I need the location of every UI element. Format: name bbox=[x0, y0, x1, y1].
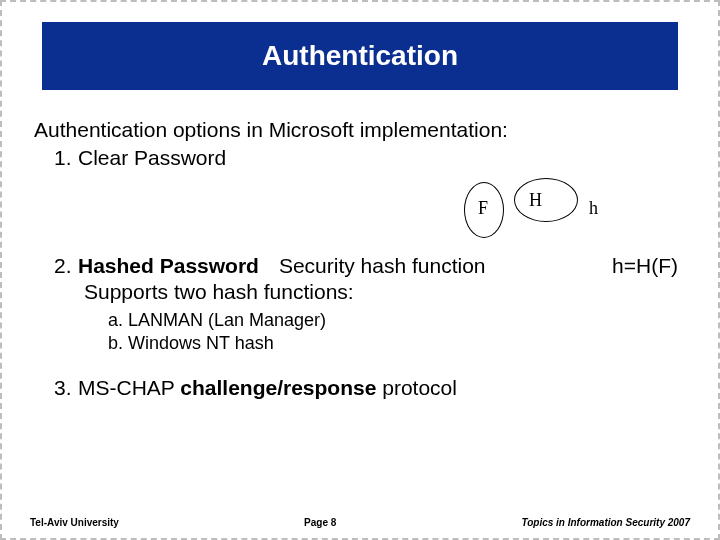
item-3-num: 3. bbox=[54, 376, 78, 400]
item-2-mid: Security hash function bbox=[279, 254, 486, 278]
node-F-label: F bbox=[478, 198, 488, 219]
item-2-label: Hashed Password bbox=[78, 254, 259, 277]
output-h-label: h bbox=[589, 198, 598, 219]
sub-b-label: Windows NT hash bbox=[128, 333, 274, 353]
item-2: 2.Hashed Password Security hash function… bbox=[34, 254, 686, 278]
item-3-pre: MS-CHAP bbox=[78, 376, 180, 399]
slide-body: Authentication options in Microsoft impl… bbox=[30, 118, 690, 400]
item-3-strong: challenge/response bbox=[180, 376, 376, 399]
sub-a-label: LANMAN (Lan Manager) bbox=[128, 310, 326, 330]
item-3-post: protocol bbox=[376, 376, 457, 399]
footer-left: Tel-Aviv University bbox=[30, 517, 119, 528]
item-3: 3.MS-CHAP challenge/response protocol bbox=[34, 376, 686, 400]
item-2-equation: h=H(F) bbox=[612, 254, 686, 278]
sub-hash-list: a. LANMAN (Lan Manager) b. Windows NT ha… bbox=[34, 310, 686, 354]
item-1-label: Clear Password bbox=[78, 146, 226, 169]
hash-diagram: F H h bbox=[34, 178, 686, 248]
sub-item-b: b. Windows NT hash bbox=[108, 333, 686, 354]
node-H-label: H bbox=[529, 190, 542, 211]
intro-text: Authentication options in Microsoft impl… bbox=[34, 118, 686, 142]
item-2-lead: 2.Hashed Password bbox=[34, 254, 259, 278]
sub-a-num: a. bbox=[108, 310, 123, 330]
item-1-num: 1. bbox=[54, 146, 78, 170]
node-H-ellipse bbox=[514, 178, 578, 222]
item-2-supports: Supports two hash functions: bbox=[34, 280, 686, 304]
sub-item-a: a. LANMAN (Lan Manager) bbox=[108, 310, 686, 331]
slide-title: Authentication bbox=[42, 22, 678, 90]
slide-frame: Authentication Authentication options in… bbox=[0, 0, 720, 540]
item-2-num: 2. bbox=[54, 254, 78, 278]
sub-b-num: b. bbox=[108, 333, 123, 353]
footer-center: Page 8 bbox=[304, 517, 336, 528]
footer-right: Topics in Information Security 2007 bbox=[521, 517, 690, 528]
item-1: 1.Clear Password bbox=[34, 146, 686, 170]
footer: Tel-Aviv University Page 8 Topics in Inf… bbox=[30, 517, 690, 528]
